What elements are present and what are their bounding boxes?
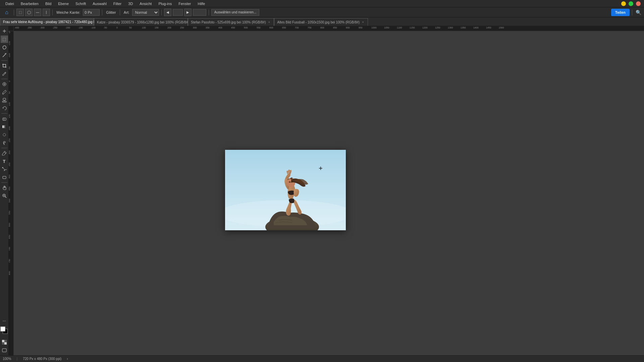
ruler-tick: -250 bbox=[53, 26, 57, 29]
tab-fussball-close[interactable]: × bbox=[361, 20, 365, 24]
v-ruler-tick: 600 bbox=[9, 223, 10, 227]
single-col-icon[interactable]: | bbox=[43, 9, 50, 16]
feather-value-input[interactable] bbox=[173, 9, 183, 16]
menu-item-schrift[interactable]: Schrift bbox=[73, 1, 89, 6]
status-separator: | bbox=[17, 357, 18, 361]
heal-tool[interactable] bbox=[1, 80, 8, 88]
close-window-button[interactable] bbox=[636, 1, 641, 6]
image-info-display: 720 Px x 480 Px (300 ppi) bbox=[23, 357, 61, 361]
canvas-image[interactable] bbox=[225, 150, 346, 230]
menu-item-3d[interactable]: 3D bbox=[125, 1, 136, 6]
stamp-tool[interactable] bbox=[1, 97, 8, 104]
blur-tool[interactable] bbox=[1, 131, 8, 138]
foreground-color[interactable] bbox=[0, 326, 5, 331]
tab-fussball-label: Altes Bild Fussball - 1050x1500.jpg bei … bbox=[277, 20, 360, 24]
ruler-h-ticks: -400-350-300-250-200-150-100-50050100150… bbox=[14, 26, 644, 31]
path-select-tool[interactable] bbox=[1, 166, 8, 173]
menu-item-bearbeiten[interactable]: Bearbeiten bbox=[18, 1, 41, 6]
v-ruler-tick: 550 bbox=[9, 211, 10, 215]
tab-stefan-close[interactable]: × bbox=[267, 20, 271, 24]
menu-item-ansicht[interactable]: Ansicht bbox=[137, 1, 154, 6]
teilen-button[interactable]: Teilen bbox=[611, 9, 630, 16]
pen-tool[interactable] bbox=[1, 149, 8, 157]
auswahlen-maskieren-button[interactable]: Auswählen und maskieren... bbox=[211, 9, 260, 16]
ruler-tick: 350 bbox=[206, 26, 210, 29]
ruler-tick: -50 bbox=[104, 26, 107, 29]
ruler-tick: 1450 bbox=[486, 26, 491, 29]
marquee-ellipse-icon[interactable]: ◯ bbox=[25, 9, 33, 16]
ruler-tick: 1250 bbox=[435, 26, 440, 29]
tool-separator-2 bbox=[1, 79, 7, 79]
text-tool[interactable]: T bbox=[1, 158, 8, 165]
brush-tool[interactable] bbox=[1, 88, 8, 96]
menu-bar: Datei Bearbeiten Bild Ebene Schrift Ausw… bbox=[0, 0, 644, 7]
tool-separator-3 bbox=[1, 113, 7, 114]
v-ruler-tick: -50 bbox=[9, 66, 10, 70]
tab-stefan-label: Stefan Passfoto - 525x699.jpg bei 100% (… bbox=[191, 20, 266, 24]
ps-home-icon[interactable]: ⌂ bbox=[2, 8, 11, 17]
v-ruler-tick: 100 bbox=[9, 102, 10, 106]
ruler-tick: 1150 bbox=[410, 26, 415, 29]
search-icon[interactable]: 🔍 bbox=[635, 9, 642, 16]
minimize-button[interactable] bbox=[621, 1, 626, 6]
feather-right-icon[interactable]: ▶ bbox=[184, 9, 192, 16]
canvas-background[interactable] bbox=[14, 31, 644, 355]
tab-stefan[interactable]: Stefan Passfoto - 525x699.jpg bei 100% (… bbox=[188, 18, 274, 26]
ruler-tick: -100 bbox=[91, 26, 96, 29]
history-brush-tool[interactable] bbox=[1, 105, 8, 112]
shape-tool[interactable] bbox=[1, 174, 8, 181]
toolbar-separator-5 bbox=[161, 9, 162, 15]
move-tool[interactable]: ✛ bbox=[1, 27, 8, 35]
ruler-tick: 400 bbox=[218, 26, 222, 29]
tab-katze[interactable]: Katze - pixabay 3336579 - 1066x1280.jpg … bbox=[94, 18, 188, 26]
more-tools-button[interactable]: ··· bbox=[1, 317, 8, 324]
svg-line-0 bbox=[3, 54, 5, 57]
ruler-tick: 150 bbox=[155, 26, 159, 29]
weiche-kante-input[interactable] bbox=[83, 9, 100, 16]
color-swatches[interactable] bbox=[0, 326, 8, 335]
ruler-tick: 850 bbox=[333, 26, 337, 29]
tab-fussball[interactable]: Altes Bild Fussball - 1050x1500.jpg bei … bbox=[274, 18, 368, 26]
menu-item-auswahl[interactable]: Auswahl bbox=[90, 1, 109, 6]
svg-point-15 bbox=[3, 141, 5, 143]
status-expand-button[interactable]: › bbox=[67, 357, 68, 361]
toolbar-separator-2 bbox=[52, 9, 53, 15]
menu-item-hilfe[interactable]: Hilfe bbox=[195, 1, 208, 6]
magic-wand-tool[interactable] bbox=[1, 52, 8, 59]
hi-input[interactable] bbox=[193, 9, 206, 16]
menu-item-bild[interactable]: Bild bbox=[43, 1, 54, 6]
svg-rect-25 bbox=[4, 340, 7, 342]
tab-frau[interactable]: Frau sehr kleine Auflösung - pixabay 186… bbox=[0, 18, 94, 26]
lasso-tool[interactable] bbox=[1, 44, 8, 51]
select-rect-tool[interactable]: ⬚ bbox=[1, 36, 8, 43]
v-ruler-tick: -150 bbox=[9, 41, 10, 46]
ruler-tick: 200 bbox=[167, 26, 171, 29]
menu-item-filter[interactable]: Filter bbox=[111, 1, 124, 6]
crop-tool[interactable] bbox=[1, 62, 8, 69]
eraser-tool[interactable] bbox=[1, 115, 8, 122]
eyedropper-tool[interactable] bbox=[1, 70, 8, 77]
ruler-tick: 1000 bbox=[371, 26, 377, 29]
ruler-tick: 50 bbox=[129, 26, 132, 29]
weiche-kante-label: Weiche Kante: bbox=[55, 10, 82, 14]
v-ruler-tick: 750 bbox=[9, 259, 10, 263]
screen-mode-button[interactable] bbox=[1, 347, 8, 354]
dodge-tool[interactable] bbox=[1, 139, 8, 146]
maximize-button[interactable] bbox=[629, 1, 633, 6]
hand-tool[interactable] bbox=[1, 184, 8, 191]
menu-item-datei[interactable]: Datei bbox=[3, 1, 17, 6]
quick-mask-button[interactable] bbox=[1, 339, 8, 346]
menu-item-plugins[interactable]: Plug-ins bbox=[156, 1, 174, 6]
svg-rect-9 bbox=[2, 101, 6, 102]
zoom-tool[interactable] bbox=[1, 192, 8, 199]
ruler-tick: -400 bbox=[14, 26, 19, 29]
v-ruler-tick: 300 bbox=[9, 150, 10, 155]
feather-left-icon[interactable]: ◀ bbox=[164, 9, 171, 16]
ruler-tick: 1300 bbox=[448, 26, 453, 29]
art-select[interactable]: Normal Subtraktiv Schnittmengenergebnis bbox=[132, 9, 159, 16]
marquee-rect-icon[interactable]: ⬚ bbox=[16, 9, 24, 16]
single-row-icon[interactable]: — bbox=[34, 9, 41, 16]
menu-item-ebene[interactable]: Ebene bbox=[55, 1, 71, 6]
menu-item-fenster[interactable]: Fenster bbox=[176, 1, 194, 6]
gradient-tool[interactable] bbox=[1, 123, 8, 130]
